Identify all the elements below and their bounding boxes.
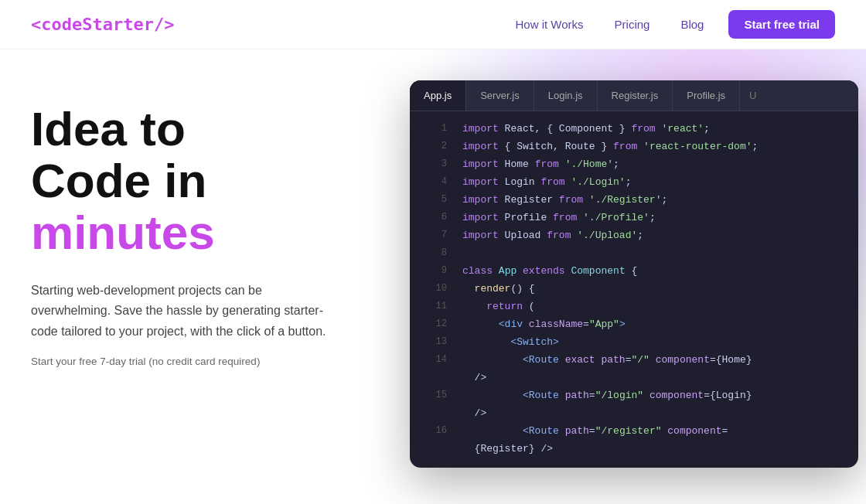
code-line-13: 13 <Switch> — [410, 334, 858, 352]
tab-more[interactable]: U — [740, 80, 765, 111]
code-body: 1 import React, { Component } from 'reac… — [410, 111, 858, 468]
code-panel: App.js Server.js Login.js Register.js Pr… — [410, 80, 858, 468]
code-line-16b: {Register} /> — [410, 441, 858, 458]
start-free-trial-button[interactable]: Start free trial — [728, 10, 835, 39]
code-line-15: 15 <Route path="/login" component={Login… — [410, 387, 858, 405]
hero-title: Idea to Code in minutes — [31, 104, 387, 259]
code-line-3: 3 import Home from './Home'; — [410, 156, 858, 174]
hero-section: Idea to Code in minutes Starting web-dev… — [0, 49, 866, 504]
logo: <codeStarter/> — [31, 15, 174, 34]
tab-appjs[interactable]: App.js — [410, 80, 466, 111]
code-line-14b: /> — [410, 369, 858, 387]
nav-link-blog[interactable]: Blog — [668, 12, 716, 37]
hero-subtitle: Starting web-development projects can be… — [31, 281, 332, 342]
code-line-14: 14 <Route exact path="/" component={Home… — [410, 352, 858, 369]
code-line-15b: /> — [410, 405, 858, 423]
hero-left: Idea to Code in minutes Starting web-dev… — [31, 88, 387, 367]
tab-registerjs[interactable]: Register.js — [598, 80, 673, 111]
code-line-8: 8 — [410, 245, 858, 263]
navbar: <codeStarter/> How it Works Pricing Blog… — [0, 0, 866, 49]
hero-right: App.js Server.js Login.js Register.js Pr… — [410, 80, 858, 468]
code-line-2: 2 import { Switch, Route } from 'react-r… — [410, 138, 858, 156]
hero-trial-note: Start your free 7-day trial (no credit c… — [31, 356, 387, 367]
code-line-12: 12 <div className="App"> — [410, 316, 858, 334]
code-line-10: 10 render() { — [410, 281, 858, 298]
code-line-7: 7 import Upload from './Upload'; — [410, 227, 858, 245]
tab-loginjs[interactable]: Login.js — [534, 80, 598, 111]
tab-profilejs[interactable]: Profile.js — [673, 80, 740, 111]
code-tabs: App.js Server.js Login.js Register.js Pr… — [410, 80, 858, 111]
code-line-5: 5 import Register from './Register'; — [410, 192, 858, 209]
code-line-1: 1 import React, { Component } from 'reac… — [410, 121, 858, 138]
tab-serverjs[interactable]: Server.js — [466, 80, 534, 111]
code-line-11: 11 return ( — [410, 298, 858, 316]
code-line-6: 6 import Profile from './Profile'; — [410, 209, 858, 227]
code-line-9: 9 class App extends Component { — [410, 263, 858, 281]
nav-links: How it Works Pricing Blog Start free tri… — [503, 10, 835, 39]
nav-link-pricing[interactable]: Pricing — [602, 12, 663, 37]
code-line-16: 16 <Route path="/register" component= — [410, 423, 858, 441]
code-line-4: 4 import Login from './Login'; — [410, 174, 858, 192]
nav-link-how-it-works[interactable]: How it Works — [503, 12, 595, 37]
